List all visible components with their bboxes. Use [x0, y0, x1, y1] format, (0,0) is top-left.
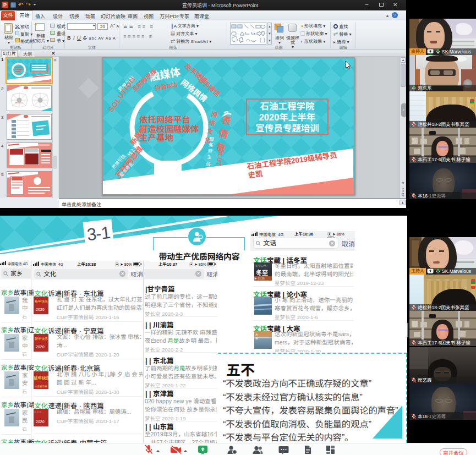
svg-text:新闻中心: 新闻中心 — [15, 102, 23, 104]
